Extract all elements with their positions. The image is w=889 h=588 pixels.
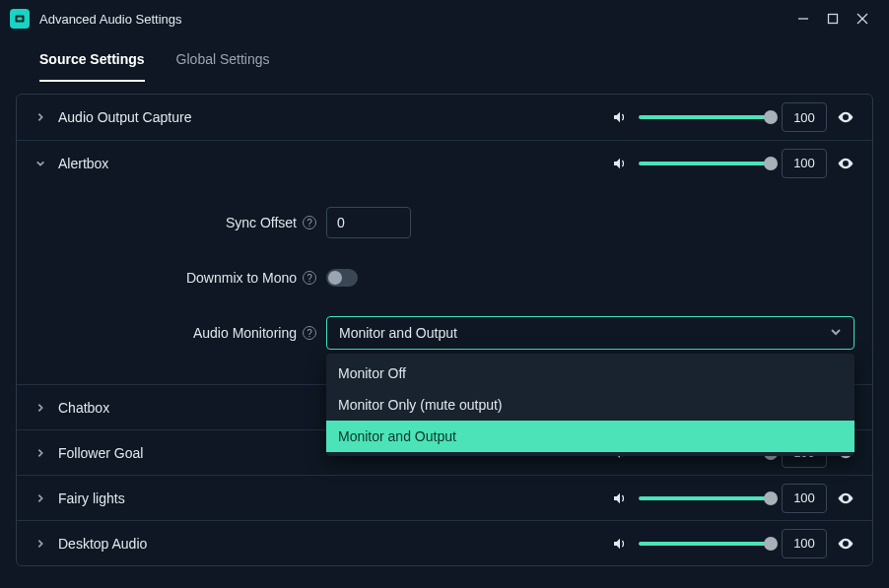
collapse-chevron-icon[interactable] (31, 154, 50, 173)
volume-input[interactable] (782, 149, 827, 178)
source-row: Desktop Audio (17, 520, 872, 565)
speaker-icon[interactable] (611, 108, 629, 126)
visibility-icon[interactable] (837, 108, 855, 126)
tab-global-settings[interactable]: Global Settings (176, 51, 270, 81)
source-name: Alertbox (58, 156, 108, 171)
tab-source-settings[interactable]: Source Settings (39, 51, 145, 81)
expand-chevron-icon[interactable] (31, 398, 50, 418)
titlebar: Advanced Audio Settings (0, 0, 889, 37)
select-value: Monitor and Output (339, 325, 457, 341)
minimize-button[interactable] (788, 4, 818, 33)
volume-slider[interactable] (639, 157, 772, 170)
close-button[interactable] (848, 4, 877, 33)
app-logo-icon (10, 9, 30, 29)
expand-chevron-icon[interactable] (31, 489, 50, 508)
volume-slider[interactable] (639, 537, 772, 551)
volume-slider[interactable] (639, 491, 772, 505)
window-title: Advanced Audio Settings (39, 12, 182, 27)
expand-chevron-icon[interactable] (31, 107, 50, 127)
chevron-down-icon (830, 325, 842, 341)
source-name: Follower Goal (58, 445, 143, 461)
source-row: Alertbox (17, 140, 872, 185)
downmix-toggle[interactable] (326, 269, 358, 287)
volume-slider[interactable] (639, 110, 772, 124)
visibility-icon[interactable] (837, 490, 855, 507)
source-expanded-settings: Sync Offset ? Downmix to Mono ? Audio Mo… (17, 185, 872, 384)
volume-input[interactable] (782, 529, 827, 558)
expand-chevron-icon[interactable] (31, 534, 50, 554)
maximize-button[interactable] (818, 4, 848, 33)
visibility-icon[interactable] (837, 535, 855, 553)
audio-monitoring-select[interactable]: Monitor and Output (326, 316, 855, 350)
speaker-icon[interactable] (611, 490, 629, 507)
speaker-icon[interactable] (611, 535, 629, 553)
sources-panel: Audio Output Capture Alertbox (16, 94, 873, 566)
source-name: Fairy lights (58, 490, 125, 506)
dropdown-option[interactable]: Monitor Only (mute output) (326, 389, 855, 421)
sync-offset-input[interactable] (326, 207, 411, 238)
visibility-icon[interactable] (837, 155, 855, 172)
source-name: Audio Output Capture (58, 109, 191, 125)
source-row: Audio Output Capture (17, 95, 872, 140)
sync-offset-label: Sync Offset ? (34, 215, 326, 230)
dropdown-option[interactable]: Monitor and Output (326, 421, 855, 452)
help-icon[interactable]: ? (303, 326, 316, 340)
help-icon[interactable]: ? (303, 216, 316, 229)
source-row: Fairy lights (17, 475, 872, 520)
volume-input[interactable] (782, 484, 827, 513)
volume-input[interactable] (782, 102, 827, 132)
source-name: Desktop Audio (58, 536, 147, 552)
svg-rect-1 (18, 18, 23, 21)
tabs: Source Settings Global Settings (0, 37, 889, 82)
svg-rect-3 (829, 15, 838, 24)
dropdown-option[interactable]: Monitor Off (326, 358, 855, 389)
speaker-icon[interactable] (611, 155, 629, 172)
source-name: Chatbox (58, 400, 109, 416)
expand-chevron-icon[interactable] (31, 443, 50, 463)
audio-monitoring-dropdown: Monitor Off Monitor Only (mute output) M… (326, 354, 855, 456)
help-icon[interactable]: ? (303, 271, 316, 285)
audio-monitoring-label: Audio Monitoring ? (34, 325, 326, 341)
downmix-label: Downmix to Mono ? (34, 270, 326, 286)
